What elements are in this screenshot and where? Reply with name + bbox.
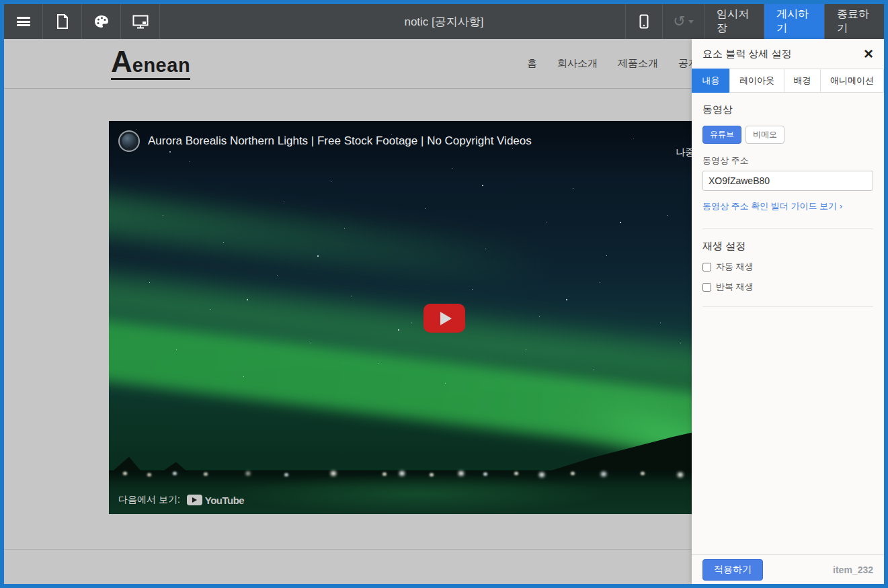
play-icon xyxy=(440,312,452,325)
logo-rest: enean xyxy=(132,56,190,75)
nav-item-home[interactable]: 홈 xyxy=(527,57,537,70)
youtube-video-embed[interactable]: Aurora Borealis Northern Lights | Free S… xyxy=(109,121,780,514)
video-source-toggle: 유튜브 비메오 xyxy=(702,126,873,144)
panel-header: 요소 블럭 상세 설정 × xyxy=(692,39,884,69)
panel-divider xyxy=(702,228,873,229)
video-address-label: 동영상 주소 xyxy=(702,155,873,167)
source-vimeo-button[interactable]: 비메오 xyxy=(745,126,784,144)
video-bottom-bar: 다음에서 보기: YouTube xyxy=(118,494,244,506)
item-id-label: item_232 xyxy=(833,564,873,575)
city-lights xyxy=(109,472,112,474)
youtube-link[interactable]: YouTube xyxy=(187,495,244,506)
tab-background[interactable]: 배경 xyxy=(784,69,821,93)
mobile-icon xyxy=(639,14,649,29)
playback-heading: 재생 설정 xyxy=(702,240,873,253)
toolbar-right-group: ↺ 임시저장 게시하기 종료하기 xyxy=(625,4,884,39)
top-toolbar: notic [공지사항] ↺ 임시저장 게시하기 종료하기 xyxy=(4,4,884,39)
panel-tabs: 내용 레이아웃 배경 애니메이션 xyxy=(692,69,884,93)
autoplay-checkbox[interactable] xyxy=(702,263,711,271)
video-address-input[interactable] xyxy=(702,171,873,191)
temp-save-button[interactable]: 임시저장 xyxy=(704,4,764,39)
pages-button[interactable] xyxy=(43,4,82,39)
logo-initial: A xyxy=(111,47,132,77)
builder-guide-link[interactable]: 동영상 주소 확인 빌더 가이드 보기 › xyxy=(702,200,842,212)
water-reflection xyxy=(230,474,606,514)
mobile-preview-button[interactable] xyxy=(625,4,662,39)
source-youtube-button[interactable]: 유튜브 xyxy=(702,126,741,144)
page-icon xyxy=(56,14,69,29)
aurora-band xyxy=(109,189,547,289)
watch-on-label: 다음에서 보기: xyxy=(118,494,180,506)
undo-icon: ↺ xyxy=(673,13,685,30)
youtube-icon xyxy=(187,495,202,505)
design-button[interactable] xyxy=(82,4,121,39)
nav-item-products[interactable]: 제품소개 xyxy=(618,57,658,70)
block-settings-panel: 요소 블럭 상세 설정 × 내용 레이아웃 배경 애니메이션 동영상 유튜브 비… xyxy=(692,39,884,584)
video-title-bar: Aurora Borealis Northern Lights | Free S… xyxy=(118,130,773,152)
panel-title: 요소 블럭 상세 설정 xyxy=(702,48,792,60)
play-button[interactable] xyxy=(423,304,465,333)
nav-item-company[interactable]: 회사소개 xyxy=(557,57,598,70)
editor-stage: notic [공지사항] ↺ 임시저장 게시하기 종료하기 Aenean xyxy=(4,4,884,584)
channel-avatar[interactable] xyxy=(118,130,140,152)
menu-icon xyxy=(17,15,30,28)
panel-body: 동영상 유튜브 비메오 동영상 주소 동영상 주소 확인 빌더 가이드 보기 ›… xyxy=(692,93,884,318)
autoplay-label: 자동 재생 xyxy=(716,261,754,273)
autoplay-row: 자동 재생 xyxy=(702,261,873,273)
loop-row: 반복 재생 xyxy=(702,281,873,293)
display-button[interactable] xyxy=(121,4,160,39)
undo-button[interactable]: ↺ xyxy=(662,4,704,39)
video-title[interactable]: Aurora Borealis Northern Lights | Free S… xyxy=(148,134,532,148)
tab-animation[interactable]: 애니메이션 xyxy=(820,69,884,93)
close-icon[interactable]: × xyxy=(864,46,873,62)
apply-button[interactable]: 적용하기 xyxy=(702,559,763,581)
site-logo[interactable]: Aenean xyxy=(111,47,190,80)
main-menu-button[interactable] xyxy=(4,4,43,39)
publish-button[interactable]: 게시하기 xyxy=(764,4,824,39)
loop-checkbox[interactable] xyxy=(702,283,711,292)
tab-content[interactable]: 내용 xyxy=(692,69,730,93)
loop-label: 반복 재생 xyxy=(716,281,754,293)
monitor-icon xyxy=(132,15,149,29)
panel-divider xyxy=(702,306,873,307)
panel-footer: 적용하기 item_232 xyxy=(692,554,884,584)
exit-button[interactable]: 종료하기 xyxy=(824,4,884,39)
chevron-down-icon xyxy=(688,20,694,24)
palette-icon xyxy=(94,15,109,28)
video-section-heading: 동영상 xyxy=(702,103,873,116)
youtube-wordmark: YouTube xyxy=(205,495,244,506)
site-nav: 홈 회사소개 제품소개 공지사항 xyxy=(527,57,719,70)
tab-layout[interactable]: 레이아웃 xyxy=(729,69,784,93)
